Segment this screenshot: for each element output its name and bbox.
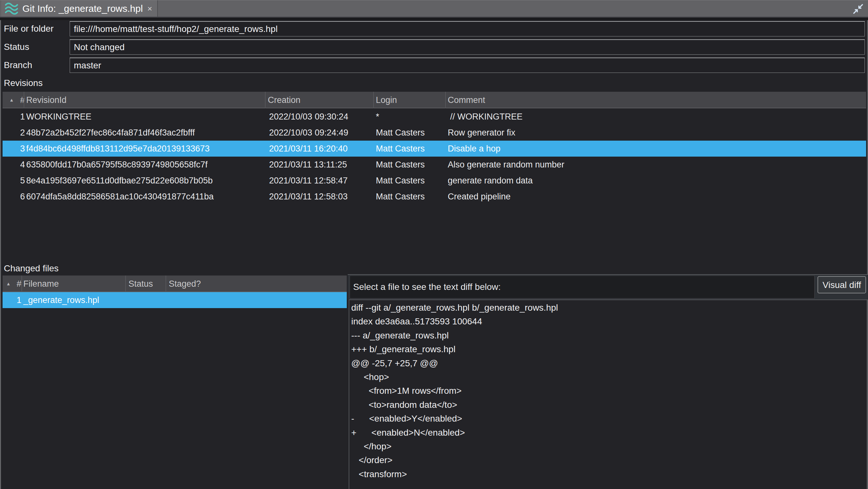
revision-id: f4d84bc6d498ffdb813112d95e7da20139133673 bbox=[26, 141, 210, 157]
diff-line: +++ b/_generate_rows.hpl bbox=[351, 342, 867, 356]
changed-files-col-staged[interactable]: Staged? bbox=[169, 275, 201, 292]
revision-creation: 2022/10/03 09:24:49 bbox=[269, 125, 348, 141]
revisions-col-revisionid[interactable]: RevisionId bbox=[26, 92, 66, 108]
revision-row[interactable]: 4 635800fdd17b0a65795f58c8939749805658fc… bbox=[3, 157, 866, 173]
diff-line: </hop> bbox=[351, 439, 867, 453]
revision-comment: Also generate random number bbox=[448, 157, 564, 173]
revision-login: Matt Casters bbox=[376, 173, 425, 189]
changed-file-name: _generate_rows.hpl bbox=[23, 292, 99, 308]
close-icon[interactable]: × bbox=[147, 4, 152, 13]
revision-id: 6074dfa5a8dd82586581ac10c430491877c411ba bbox=[26, 189, 214, 205]
revision-creation: 2021/03/11 12:58:47 bbox=[269, 173, 348, 189]
column-divider bbox=[22, 275, 22, 292]
diff-line: + <enabled>N</enabled> bbox=[351, 426, 867, 439]
diff-line: diff --git a/_generate_rows.hpl b/_gener… bbox=[351, 301, 867, 314]
diff-line: <from>1M rows</from> bbox=[351, 384, 867, 398]
revision-row[interactable]: 6 6074dfa5a8dd82586581ac10c430491877c411… bbox=[3, 189, 866, 205]
changed-files-table-header[interactable]: ▴ # Filename Status Staged? bbox=[3, 275, 347, 292]
tab-title: Git Info: _generate_rows.hpl bbox=[22, 3, 143, 14]
row-num: 4 bbox=[12, 157, 25, 173]
file-or-folder-field[interactable] bbox=[70, 21, 865, 36]
column-divider bbox=[265, 92, 266, 108]
tabbar-shadow bbox=[0, 18, 868, 20]
revision-comment: Disable a hop bbox=[448, 141, 500, 157]
row-num: 1 bbox=[9, 292, 22, 308]
tab-bar: Git Info: _generate_rows.hpl × bbox=[0, 0, 868, 17]
changed-files-col-status[interactable]: Status bbox=[128, 275, 153, 292]
revision-comment: Created pipeline bbox=[448, 189, 511, 205]
changed-file-row-selected[interactable]: 1 _generate_rows.hpl bbox=[3, 292, 347, 308]
status-label: Status bbox=[4, 39, 29, 55]
hop-waves-icon bbox=[4, 2, 19, 15]
diff-prompt: Select a file to see the text diff below… bbox=[350, 275, 815, 299]
diff-line: <to>random data</to> bbox=[351, 398, 867, 411]
revision-row[interactable]: 5 8e4a195f3697e6511d0dfbae275d22e608b7b0… bbox=[3, 173, 866, 189]
column-divider bbox=[24, 92, 24, 108]
revision-id: 8e4a195f3697e6511d0dfbae275d22e608b7b05b bbox=[26, 173, 213, 189]
revision-login: Matt Casters bbox=[376, 141, 425, 157]
revision-creation: 2021/03/11 13:11:25 bbox=[269, 157, 347, 173]
diff-panel-top-border bbox=[348, 274, 868, 275]
revision-row[interactable]: 1 WORKINGTREE 2022/10/03 09:30:24 * // W… bbox=[3, 109, 866, 125]
diff-line: <hop> bbox=[351, 370, 867, 384]
revisions-col-creation[interactable]: Creation bbox=[268, 92, 301, 108]
revision-login: * bbox=[376, 109, 379, 125]
revision-row[interactable]: 2 48b72a2b452f27fec86c4fa871df46f3ac2fbf… bbox=[3, 125, 866, 141]
row-num: 2 bbox=[12, 125, 25, 141]
window-left-border bbox=[0, 20, 1, 489]
row-num: 6 bbox=[12, 189, 25, 205]
changed-files-col-filename[interactable]: Filename bbox=[23, 275, 59, 292]
changed-files-col-num[interactable]: # bbox=[9, 275, 22, 292]
branch-field[interactable] bbox=[70, 58, 865, 73]
branch-label: Branch bbox=[4, 58, 32, 73]
revisions-col-login[interactable]: Login bbox=[376, 92, 397, 108]
column-divider bbox=[165, 275, 166, 292]
file-or-folder-label: File or folder bbox=[4, 21, 54, 36]
revision-id: 635800fdd17b0a65795f58c8939749805658fc7f bbox=[26, 157, 208, 173]
row-num: 5 bbox=[12, 173, 25, 189]
revision-id: 48b72a2b452f27fec86c4fa871df46f3ac2fbfff bbox=[26, 125, 195, 141]
diff-line: --- a/_generate_rows.hpl bbox=[351, 329, 867, 342]
changed-files-section-label: Changed files bbox=[4, 263, 59, 274]
column-divider bbox=[373, 92, 374, 108]
revision-login: Matt Casters bbox=[376, 189, 425, 205]
revision-creation: 2022/10/03 09:30:24 bbox=[269, 109, 348, 125]
revision-creation: 2021/03/11 16:20:40 bbox=[269, 141, 348, 157]
revisions-col-num[interactable]: # bbox=[12, 92, 25, 108]
revision-login: Matt Casters bbox=[376, 157, 425, 173]
row-num: 3 bbox=[12, 141, 25, 157]
revision-comment: generate random data bbox=[448, 173, 533, 189]
visual-diff-button[interactable]: Visual diff bbox=[817, 276, 866, 294]
revision-login: Matt Casters bbox=[376, 125, 425, 141]
diff-line: </order> bbox=[351, 453, 867, 467]
revisions-col-comment[interactable]: Comment bbox=[448, 92, 485, 108]
status-field[interactable] bbox=[70, 39, 865, 55]
row-num: 1 bbox=[12, 109, 25, 125]
column-divider bbox=[125, 275, 126, 292]
revision-comment: Row generator fix bbox=[448, 125, 516, 141]
diff-line: - <enabled>Y</enabled> bbox=[351, 411, 867, 425]
revisions-section-label: Revisions bbox=[4, 78, 42, 88]
revision-id: WORKINGTREE bbox=[26, 109, 91, 125]
revisions-table-header[interactable]: ▴ # RevisionId Creation Login Comment bbox=[3, 92, 866, 108]
git-info-window: { "window": { "tab_title": "Git Info: _g… bbox=[0, 0, 868, 489]
restore-icon[interactable] bbox=[852, 3, 864, 14]
revision-comment: // WORKINGTREE bbox=[448, 109, 523, 125]
diff-line: @@ -25,7 +25,7 @@ bbox=[351, 356, 867, 370]
diff-line: index de3a6aa..5173593 100644 bbox=[351, 314, 867, 328]
tab-git-info[interactable]: Git Info: _generate_rows.hpl × bbox=[1, 0, 158, 17]
diff-line: <transform> bbox=[351, 467, 867, 481]
column-divider bbox=[445, 92, 446, 108]
diff-text-area[interactable]: diff --git a/_generate_rows.hpl b/_gener… bbox=[349, 300, 867, 489]
revision-row-selected[interactable]: 3 f4d84bc6d498ffdb813112d95e7da201391336… bbox=[3, 141, 866, 157]
revision-creation: 2021/03/11 12:58:03 bbox=[269, 189, 348, 205]
